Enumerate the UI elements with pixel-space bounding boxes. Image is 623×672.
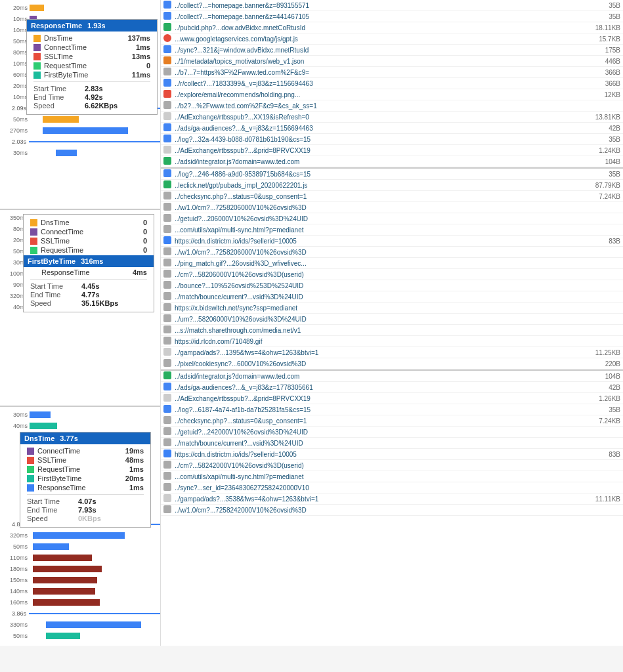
request-item[interactable]: ../sync?...321&j=window.advBidxc.mnetRtu… <box>161 45 623 56</box>
bar-label: 80ms <box>0 49 28 56</box>
request-item[interactable]: ../AdExchange/rtbsspub?...XX19&isRefresh… <box>161 112 623 123</box>
row-value: 0 <box>146 62 150 70</box>
request-item[interactable]: ../w/1.0/cm?...7258206000V10%26ovsid%3D <box>161 202 623 213</box>
connect-swatch <box>27 448 34 455</box>
request-item[interactable]: ../ads/ga-audiences?...&_v=j83&z=1778305… <box>161 382 623 393</box>
meta-endtime: End Time 4.92s <box>33 93 150 101</box>
request-item[interactable]: ...com/utils/xapi/multi-sync.html?p=medi… <box>161 224 623 236</box>
meta-value: 35.15KBps <box>81 299 118 307</box>
request-item[interactable]: ...com/utils/xapi/multi-sync.html?p=medi… <box>161 471 623 482</box>
request-url: ../w/1.0/cm?...7258206000V10%26ovsid%3D <box>175 249 588 256</box>
bar-label: 160ms <box>0 599 28 606</box>
marker-label: 2.03s <box>0 138 26 145</box>
meta-key: End Time <box>33 93 85 101</box>
request-item[interactable]: ../r/collect?...71833399&_v=j83&z=115669… <box>161 78 623 89</box>
request-url: ../match/bounce/current?...vsid%3D%24UID <box>175 440 588 447</box>
requests-panel: ../collect?...=homepage.banner&z=8931555… <box>161 0 623 646</box>
request-item[interactable]: ../AdExchange/rtbsspub?...&prid=8PRVCXX1… <box>161 145 623 156</box>
request-item[interactable]: ...s://match.sharethrough.com/media.net/… <box>161 325 623 336</box>
favicon-icon <box>163 270 173 279</box>
request-item[interactable]: https://cdn.districtm.io/ids/?sellerid=1… <box>161 236 623 247</box>
request-item[interactable]: ../gampad/ads?...1395&fws=4&ohw=1263&btv… <box>161 347 623 358</box>
bar-label: 10ms <box>0 94 28 100</box>
favicon-icon <box>163 405 173 414</box>
popup-row-firstbyte: FirstByteTime 20ms <box>27 474 144 482</box>
row-label: RequestTime <box>41 246 143 254</box>
request-url: ../log?...246-4886-a9d0-95389715b684&cs=… <box>175 171 588 178</box>
request-item[interactable]: ../explore/email/recommends/holding.png.… <box>161 89 623 100</box>
request-size: 1.26KB <box>591 395 620 402</box>
bar-row: 50ms <box>0 631 160 641</box>
request-url: ...s://match.sharethrough.com/media.net/… <box>175 327 588 334</box>
bar-row: 180ms <box>0 564 160 574</box>
request-size: 366B <box>591 80 620 87</box>
request-item[interactable]: ../checksync.php?...status=0&usp_consent… <box>161 191 623 202</box>
request-item[interactable]: ../w/1.0/cm?...7258206000V10%26ovsid%3D <box>161 247 623 258</box>
request-item[interactable]: ../w/1.0/cm?...7258242000V10%26ovsid%3D <box>161 505 623 516</box>
request-url: ../AdExchange/rtbsspub?...XX19&isRefresh… <box>175 114 588 121</box>
request-item[interactable]: ../log?...6187-4a74-af1b-da7b25281fa5&cs… <box>161 404 623 415</box>
request-item[interactable]: ../gampad/ads?...3538&fws=4&ohw=1263&btv… <box>161 494 623 505</box>
popup-row-response: ResponseTime 1ms <box>27 484 144 492</box>
bar-label: 40ms <box>0 423 28 429</box>
request-url: ../checksync.php?...status=0&usp_consent… <box>175 193 588 200</box>
favicon-icon <box>163 292 173 301</box>
request-item[interactable]: ../adsid/integrator.js?domain=www.ted.co… <box>161 156 623 167</box>
request-url: ../pixel/cookiesync?...6000V10%26ovsid%3… <box>175 360 588 368</box>
request-size: 83B <box>591 451 620 458</box>
bar-label: 50ms <box>0 38 28 45</box>
favicon-icon <box>163 1 173 10</box>
row-value: 137ms <box>128 34 150 42</box>
request-item[interactable]: ../log?...246-4886-a9d0-95389715b684&cs=… <box>161 169 623 180</box>
request-url: ../ads/ga-audiences?...&_v=j83&z=1778305… <box>175 384 588 391</box>
request-item[interactable]: ../log?...32a-4439-b088-d0781b61b190&cs=… <box>161 134 623 145</box>
request-item[interactable]: ../adsid/integrator.js?domain=www.ted.co… <box>161 371 623 382</box>
row-label: ConnectTime <box>37 447 125 455</box>
request-item[interactable]: ../ping_match.gif?...26ovsid%3D_wfivefiv… <box>161 258 623 269</box>
row-value: 13ms <box>132 52 150 60</box>
waterfall-panel: 20ms 10ms 10ms 50ms 80ms <box>0 0 161 646</box>
request-item[interactable]: ../getuid?...242000V10%26ovsid%3D%24UID <box>161 427 623 438</box>
request-item[interactable]: ../sync?...ser_id=23648306272582420000V1… <box>161 482 623 494</box>
request-item[interactable]: ../getuid?...206000V10%26ovsid%3D%24UID <box>161 213 623 224</box>
request-item[interactable]: ../1/metadata/topics_motivators/web_v1.j… <box>161 56 623 67</box>
request-item[interactable]: ../match/bounce/current?...vsid%3D%24UID <box>161 291 623 303</box>
bar-label: 30ms <box>0 150 28 156</box>
request-url: ../adsid/integrator.js?domain=www.ted.co… <box>175 373 588 380</box>
request-item[interactable]: ../collect?...=homepage.banner&z=4414671… <box>161 11 623 22</box>
bar-row: 320ms <box>0 530 160 541</box>
popup-row-connect: ConnectTime 19ms <box>27 447 144 455</box>
row-label: ConnectTime <box>41 228 143 236</box>
request-item[interactable]: ../bounce?...10%526ovsid%253D%2524UID <box>161 280 623 291</box>
request-item[interactable]: ../match/bounce/current?...vsid%3D%24UID <box>161 438 623 449</box>
row-value: 11ms <box>132 71 150 79</box>
request-item[interactable]: https://cdn.districtm.io/ids/?sellerid=1… <box>161 449 623 460</box>
request-item[interactable]: ../ads/ga-audiences?...&_v=j83&z=1156694… <box>161 123 623 134</box>
meta-endtime-3: End Time 7.93s <box>27 506 144 514</box>
request-item[interactable]: https://id.rlcdn.com/710489.gif <box>161 336 623 347</box>
request-item[interactable]: ..leclick.net/gpt/pubads_impl_2020062220… <box>161 180 623 191</box>
bar-label: 20ms <box>0 5 28 11</box>
request-item[interactable]: ../cm?...58242000V10%26ovsid%3D(userid) <box>161 460 623 471</box>
main-bar <box>33 543 69 550</box>
ssl-swatch <box>30 238 37 245</box>
request-url: ../AdExchange/rtbsspub?...&prid=8PRVCXX1… <box>175 395 588 402</box>
request-item[interactable]: ../cm?...58206000V10%26ovsid%3D(userid) <box>161 269 623 280</box>
request-item[interactable]: ../b2?...%2Fwww.ted.com%2F&c9=&cs_ak_ss=… <box>161 100 623 112</box>
request-item[interactable]: ...www.googletagservices.com/tag/js/gpt.… <box>161 33 623 45</box>
main-bar <box>33 532 125 539</box>
request-item[interactable]: ../pixel/cookiesync?...6000V10%26ovsid%3… <box>161 358 623 369</box>
request-item[interactable]: ../b7...7=https%3F%2Fwww.ted.com%2F&c9= … <box>161 67 623 78</box>
bar-label: 30ms <box>0 411 28 418</box>
request-item[interactable]: https://x.bidswitch.net/sync?ssp=mediane… <box>161 303 623 314</box>
favicon-icon <box>163 34 173 43</box>
popup-row-ssl: SSLTime 13ms <box>33 52 150 60</box>
request-url: ../b7...7=https%3F%2Fwww.ted.com%2F&c9= <box>175 69 588 76</box>
request-item[interactable]: ../um?...58206000V10%26ovsid%3D%24UID <box>161 314 623 325</box>
request-item[interactable]: ../AdExchange/rtbsspub?...&prid=8PRVCXX1… <box>161 393 623 404</box>
meta-value: 4.45s <box>81 282 100 290</box>
request-item[interactable]: ../checksync.php?...status=0&usp_consent… <box>161 415 623 427</box>
main-bar <box>56 150 77 156</box>
request-item[interactable]: ../pubcid.php?...dow.advBidxc.mnetCoRtus… <box>161 22 623 33</box>
request-item[interactable]: ../collect?...=homepage.banner&z=8931555… <box>161 0 623 11</box>
